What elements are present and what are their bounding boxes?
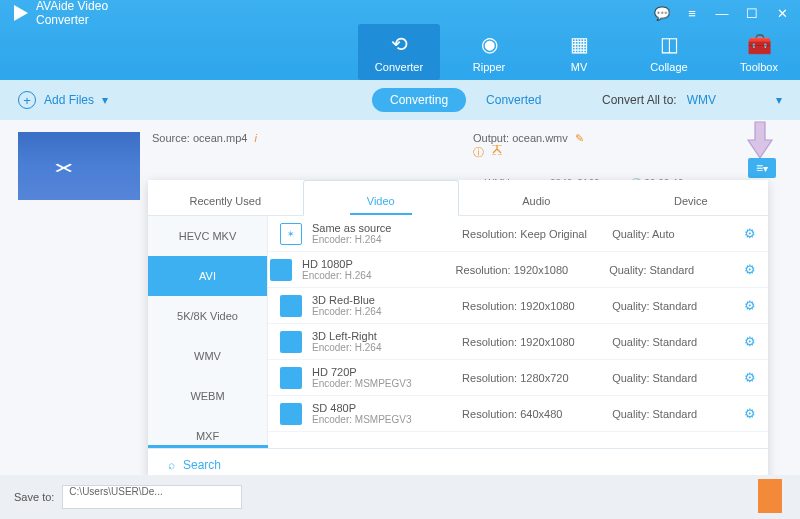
profile-quality: Quality: Standard bbox=[612, 372, 734, 384]
profile-settings-icon[interactable]: ⚙ bbox=[744, 406, 756, 421]
convert-button[interactable] bbox=[758, 479, 782, 513]
convert-all-dropdown[interactable]: WMV ▾ bbox=[687, 93, 782, 107]
profile-resolution: Resolution: Keep Original bbox=[462, 228, 604, 240]
profile-row[interactable]: 3D Red-BlueEncoder: H.264Resolution: 192… bbox=[268, 288, 768, 324]
profile-settings-icon[interactable]: ⚙ bbox=[744, 334, 756, 349]
profile-row[interactable]: HD 1080PEncoder: H.264Resolution: 1920x1… bbox=[268, 252, 768, 288]
panel-tab-recent[interactable]: Recently Used bbox=[148, 180, 303, 215]
tab-mv-label: MV bbox=[571, 61, 588, 73]
add-files-button[interactable]: + Add Files ▾ bbox=[18, 91, 108, 109]
profile-row[interactable]: SD 480PEncoder: MSMPEGV3Resolution: 640x… bbox=[268, 396, 768, 432]
profile-format-icon bbox=[280, 331, 302, 353]
minimize-icon[interactable]: — bbox=[714, 6, 730, 21]
tab-ripper-label: Ripper bbox=[473, 61, 505, 73]
profile-quality: Quality: Standard bbox=[609, 264, 734, 276]
profile-settings-icon[interactable]: ⚙ bbox=[744, 370, 756, 385]
profile-settings-icon[interactable]: ⚙ bbox=[744, 226, 756, 241]
output-profile-button[interactable]: ≡▾ bbox=[748, 158, 776, 178]
category-list: HEVC MKVAVI5K/8K VideoWMVWEBMMXFM4V bbox=[148, 216, 268, 448]
category-item[interactable]: MXF bbox=[148, 416, 267, 448]
profile-resolution: Resolution: 1920x1080 bbox=[462, 300, 604, 312]
category-item[interactable]: 5K/8K Video bbox=[148, 296, 267, 336]
profile-encoder: Encoder: H.264 bbox=[312, 342, 454, 353]
edit-icon[interactable]: ✎ bbox=[575, 132, 584, 144]
profile-format-icon bbox=[280, 367, 302, 389]
profile-format-icon bbox=[280, 295, 302, 317]
profile-resolution: Resolution: 1920x1080 bbox=[456, 264, 602, 276]
tab-mv[interactable]: ▦ MV bbox=[538, 24, 620, 80]
mv-icon: ▦ bbox=[570, 32, 589, 56]
ripper-icon: ◉ bbox=[481, 32, 498, 56]
profile-row[interactable]: 3D Left-RightEncoder: H.264Resolution: 1… bbox=[268, 324, 768, 360]
toolbox-icon: 🧰 bbox=[747, 32, 772, 56]
profile-settings-icon[interactable]: ⚙ bbox=[744, 298, 756, 313]
tab-toolbox-label: Toolbox bbox=[740, 61, 778, 73]
tab-collage[interactable]: ◫ Collage bbox=[628, 24, 710, 80]
profile-format-icon bbox=[270, 259, 292, 281]
tab-converter-label: Converter bbox=[375, 61, 423, 73]
tab-collage-label: Collage bbox=[650, 61, 687, 73]
app-logo-icon bbox=[14, 5, 28, 21]
profile-quality: Quality: Standard bbox=[612, 300, 734, 312]
split-icon[interactable] bbox=[492, 145, 502, 160]
source-filename: ocean.mp4 bbox=[193, 132, 247, 144]
converter-icon: ⟲ bbox=[391, 32, 408, 56]
plus-icon: + bbox=[18, 91, 36, 109]
subtab-converting[interactable]: Converting bbox=[372, 88, 466, 112]
info-icon[interactable]: i bbox=[254, 132, 256, 144]
category-item[interactable]: WMV bbox=[148, 336, 267, 376]
source-label: Source: bbox=[152, 132, 190, 144]
panel-tab-video[interactable]: Video bbox=[303, 180, 460, 216]
profile-row[interactable]: HD 720PEncoder: MSMPEGV3Resolution: 1280… bbox=[268, 360, 768, 396]
profile-quality: Quality: Standard bbox=[612, 336, 734, 348]
profile-settings-icon[interactable]: ⚙ bbox=[744, 262, 756, 277]
profile-encoder: Encoder: H.264 bbox=[312, 306, 454, 317]
category-item[interactable]: WEBM bbox=[148, 376, 267, 416]
profile-list: ✶Same as sourceEncoder: H.264Resolution:… bbox=[268, 216, 768, 448]
collage-icon: ◫ bbox=[660, 32, 679, 56]
profile-row[interactable]: ✶Same as sourceEncoder: H.264Resolution:… bbox=[268, 216, 768, 252]
maximize-icon[interactable]: ☐ bbox=[744, 6, 760, 21]
close-icon[interactable]: ✕ bbox=[774, 6, 790, 21]
chevron-down-icon: ▾ bbox=[102, 93, 108, 107]
output-info-icon[interactable]: ⓘ bbox=[473, 145, 484, 160]
chevron-down-icon: ▾ bbox=[776, 93, 782, 107]
profile-name: SD 480P bbox=[312, 402, 454, 414]
chat-icon[interactable]: 💬 bbox=[654, 6, 670, 21]
subtab-converted[interactable]: Converted bbox=[468, 88, 559, 112]
save-path-input[interactable]: C:\Users\USER\De... bbox=[62, 485, 242, 509]
add-files-label: Add Files bbox=[44, 93, 94, 107]
category-item[interactable]: AVI bbox=[148, 256, 267, 296]
profile-resolution: Resolution: 640x480 bbox=[462, 408, 604, 420]
profile-encoder: Encoder: MSMPEGV3 bbox=[312, 414, 454, 425]
panel-tab-audio[interactable]: Audio bbox=[459, 180, 614, 215]
video-thumbnail[interactable] bbox=[18, 132, 140, 200]
tab-toolbox[interactable]: 🧰 Toolbox bbox=[718, 24, 800, 80]
menu-icon[interactable]: ≡ bbox=[684, 6, 700, 21]
profile-quality: Quality: Standard bbox=[612, 408, 734, 420]
profile-quality: Quality: Auto bbox=[612, 228, 734, 240]
save-to-label: Save to: bbox=[14, 491, 54, 503]
profile-name: HD 1080P bbox=[302, 258, 448, 270]
tab-ripper[interactable]: ◉ Ripper bbox=[448, 24, 530, 80]
output-label: Output: bbox=[473, 132, 509, 144]
hint-arrow-icon bbox=[746, 120, 774, 160]
convert-all-label: Convert All to: bbox=[602, 93, 677, 107]
profile-name: 3D Red-Blue bbox=[312, 294, 454, 306]
app-title: AVAide Video Converter bbox=[36, 0, 144, 27]
profile-encoder: Encoder: H.264 bbox=[312, 234, 454, 245]
profile-format-icon bbox=[280, 403, 302, 425]
search-icon: ⌕ bbox=[168, 458, 175, 472]
category-scrollbar[interactable] bbox=[148, 445, 268, 448]
profile-name: HD 720P bbox=[312, 366, 454, 378]
category-item[interactable]: HEVC MKV bbox=[148, 216, 267, 256]
profile-name: Same as source bbox=[312, 222, 454, 234]
profile-encoder: Encoder: MSMPEGV3 bbox=[312, 378, 454, 389]
search-label: Search bbox=[183, 458, 221, 472]
panel-tab-device[interactable]: Device bbox=[614, 180, 769, 215]
profile-resolution: Resolution: 1920x1080 bbox=[462, 336, 604, 348]
profile-resolution: Resolution: 1280x720 bbox=[462, 372, 604, 384]
profile-format-icon: ✶ bbox=[280, 223, 302, 245]
convert-all-value: WMV bbox=[687, 93, 716, 107]
tab-converter[interactable]: ⟲ Converter bbox=[358, 24, 440, 80]
